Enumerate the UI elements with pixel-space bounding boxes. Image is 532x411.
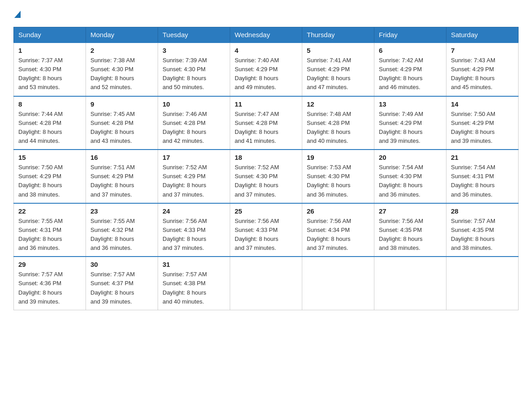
calendar-day-cell: 4Sunrise: 7:40 AMSunset: 4:29 PMDaylight… bbox=[230, 43, 302, 96]
day-detail: Sunrise: 7:37 AMSunset: 4:30 PMDaylight:… bbox=[18, 56, 81, 92]
calendar-header-row: SundayMondayTuesdayWednesdayThursdayFrid… bbox=[14, 27, 519, 43]
calendar-day-cell: 5Sunrise: 7:41 AMSunset: 4:29 PMDaylight… bbox=[302, 43, 374, 96]
day-detail: Sunrise: 7:56 AMSunset: 4:35 PMDaylight:… bbox=[379, 217, 442, 253]
calendar-day-cell: 10Sunrise: 7:46 AMSunset: 4:28 PMDayligh… bbox=[158, 96, 230, 150]
col-header-monday: Monday bbox=[86, 27, 158, 43]
logo bbox=[13, 11, 21, 19]
day-detail: Sunrise: 7:52 AMSunset: 4:30 PMDaylight:… bbox=[235, 163, 297, 199]
calendar-day-cell: 24Sunrise: 7:56 AMSunset: 4:33 PMDayligh… bbox=[158, 203, 230, 257]
col-header-thursday: Thursday bbox=[302, 27, 374, 43]
day-number: 28 bbox=[451, 207, 514, 215]
day-number: 23 bbox=[90, 207, 153, 215]
day-detail: Sunrise: 7:54 AMSunset: 4:31 PMDaylight:… bbox=[451, 163, 514, 199]
day-number: 13 bbox=[379, 100, 442, 108]
day-number: 21 bbox=[451, 154, 514, 161]
day-number: 27 bbox=[379, 207, 442, 215]
calendar-day-cell: 18Sunrise: 7:52 AMSunset: 4:30 PMDayligh… bbox=[230, 150, 302, 203]
day-number: 22 bbox=[18, 207, 81, 215]
day-detail: Sunrise: 7:55 AMSunset: 4:32 PMDaylight:… bbox=[90, 217, 153, 253]
calendar-day-cell: 28Sunrise: 7:57 AMSunset: 4:35 PMDayligh… bbox=[446, 203, 519, 257]
calendar-day-cell: 17Sunrise: 7:52 AMSunset: 4:29 PMDayligh… bbox=[158, 150, 230, 203]
calendar-day-cell: 23Sunrise: 7:55 AMSunset: 4:32 PMDayligh… bbox=[86, 203, 158, 257]
day-detail: Sunrise: 7:51 AMSunset: 4:29 PMDaylight:… bbox=[90, 163, 153, 199]
calendar-day-cell: 27Sunrise: 7:56 AMSunset: 4:35 PMDayligh… bbox=[374, 203, 446, 257]
page-header bbox=[13, 11, 519, 19]
day-detail: Sunrise: 7:46 AMSunset: 4:28 PMDaylight:… bbox=[163, 110, 225, 146]
day-detail: Sunrise: 7:50 AMSunset: 4:29 PMDaylight:… bbox=[451, 110, 514, 146]
logo-arrow-icon bbox=[14, 11, 21, 18]
calendar-day-cell: 9Sunrise: 7:45 AMSunset: 4:28 PMDaylight… bbox=[86, 96, 158, 150]
calendar-day-cell: 26Sunrise: 7:56 AMSunset: 4:34 PMDayligh… bbox=[302, 203, 374, 257]
day-detail: Sunrise: 7:42 AMSunset: 4:29 PMDaylight:… bbox=[379, 56, 442, 92]
day-detail: Sunrise: 7:53 AMSunset: 4:30 PMDaylight:… bbox=[307, 163, 369, 199]
day-number: 14 bbox=[451, 100, 514, 108]
calendar-day-cell: 25Sunrise: 7:56 AMSunset: 4:33 PMDayligh… bbox=[230, 203, 302, 257]
calendar-day-cell: 31Sunrise: 7:57 AMSunset: 4:38 PMDayligh… bbox=[158, 257, 230, 310]
day-detail: Sunrise: 7:56 AMSunset: 4:33 PMDaylight:… bbox=[163, 217, 225, 253]
calendar-week-row: 1Sunrise: 7:37 AMSunset: 4:30 PMDaylight… bbox=[14, 43, 519, 96]
day-detail: Sunrise: 7:57 AMSunset: 4:35 PMDaylight:… bbox=[451, 217, 514, 253]
day-detail: Sunrise: 7:49 AMSunset: 4:29 PMDaylight:… bbox=[379, 110, 442, 146]
day-number: 10 bbox=[163, 100, 225, 108]
calendar-week-row: 15Sunrise: 7:50 AMSunset: 4:29 PMDayligh… bbox=[14, 150, 519, 203]
calendar-table: SundayMondayTuesdayWednesdayThursdayFrid… bbox=[13, 27, 519, 310]
calendar-day-cell: 30Sunrise: 7:57 AMSunset: 4:37 PMDayligh… bbox=[86, 257, 158, 310]
calendar-day-cell: 6Sunrise: 7:42 AMSunset: 4:29 PMDaylight… bbox=[374, 43, 446, 96]
calendar-day-cell: 7Sunrise: 7:43 AMSunset: 4:29 PMDaylight… bbox=[446, 43, 519, 96]
day-number: 8 bbox=[18, 100, 81, 108]
day-number: 2 bbox=[90, 47, 153, 54]
day-detail: Sunrise: 7:47 AMSunset: 4:28 PMDaylight:… bbox=[235, 110, 297, 146]
day-number: 18 bbox=[235, 154, 297, 161]
calendar-day-cell: 19Sunrise: 7:53 AMSunset: 4:30 PMDayligh… bbox=[302, 150, 374, 203]
calendar-day-cell: 21Sunrise: 7:54 AMSunset: 4:31 PMDayligh… bbox=[446, 150, 519, 203]
day-number: 3 bbox=[163, 47, 225, 54]
day-number: 25 bbox=[235, 207, 297, 215]
day-number: 5 bbox=[307, 47, 369, 54]
calendar-day-cell: 16Sunrise: 7:51 AMSunset: 4:29 PMDayligh… bbox=[86, 150, 158, 203]
calendar-day-cell: 1Sunrise: 7:37 AMSunset: 4:30 PMDaylight… bbox=[14, 43, 86, 96]
day-detail: Sunrise: 7:45 AMSunset: 4:28 PMDaylight:… bbox=[90, 110, 153, 146]
day-detail: Sunrise: 7:48 AMSunset: 4:28 PMDaylight:… bbox=[307, 110, 369, 146]
day-detail: Sunrise: 7:57 AMSunset: 4:38 PMDaylight:… bbox=[163, 270, 225, 306]
day-number: 29 bbox=[18, 261, 81, 268]
day-detail: Sunrise: 7:44 AMSunset: 4:28 PMDaylight:… bbox=[18, 110, 81, 146]
day-detail: Sunrise: 7:56 AMSunset: 4:33 PMDaylight:… bbox=[235, 217, 297, 253]
calendar-day-cell: 12Sunrise: 7:48 AMSunset: 4:28 PMDayligh… bbox=[302, 96, 374, 150]
calendar-empty-cell bbox=[302, 257, 374, 310]
calendar-day-cell: 22Sunrise: 7:55 AMSunset: 4:31 PMDayligh… bbox=[14, 203, 86, 257]
day-detail: Sunrise: 7:57 AMSunset: 4:37 PMDaylight:… bbox=[90, 270, 153, 306]
day-detail: Sunrise: 7:41 AMSunset: 4:29 PMDaylight:… bbox=[307, 56, 369, 92]
calendar-week-row: 22Sunrise: 7:55 AMSunset: 4:31 PMDayligh… bbox=[14, 203, 519, 257]
calendar-empty-cell bbox=[230, 257, 302, 310]
calendar-day-cell: 13Sunrise: 7:49 AMSunset: 4:29 PMDayligh… bbox=[374, 96, 446, 150]
calendar-day-cell: 14Sunrise: 7:50 AMSunset: 4:29 PMDayligh… bbox=[446, 96, 519, 150]
logo-area bbox=[13, 11, 21, 19]
day-number: 6 bbox=[379, 47, 442, 54]
day-number: 26 bbox=[307, 207, 369, 215]
day-number: 11 bbox=[235, 100, 297, 108]
calendar-day-cell: 2Sunrise: 7:38 AMSunset: 4:30 PMDaylight… bbox=[86, 43, 158, 96]
day-detail: Sunrise: 7:40 AMSunset: 4:29 PMDaylight:… bbox=[235, 56, 297, 92]
calendar-empty-cell bbox=[446, 257, 519, 310]
calendar-week-row: 8Sunrise: 7:44 AMSunset: 4:28 PMDaylight… bbox=[14, 96, 519, 150]
day-number: 15 bbox=[18, 154, 81, 161]
day-detail: Sunrise: 7:57 AMSunset: 4:36 PMDaylight:… bbox=[18, 270, 81, 306]
calendar-day-cell: 20Sunrise: 7:54 AMSunset: 4:30 PMDayligh… bbox=[374, 150, 446, 203]
day-number: 4 bbox=[235, 47, 297, 54]
day-detail: Sunrise: 7:54 AMSunset: 4:30 PMDaylight:… bbox=[379, 163, 442, 199]
col-header-saturday: Saturday bbox=[446, 27, 519, 43]
day-number: 31 bbox=[163, 261, 225, 268]
col-header-sunday: Sunday bbox=[14, 27, 86, 43]
day-detail: Sunrise: 7:50 AMSunset: 4:29 PMDaylight:… bbox=[18, 163, 81, 199]
day-detail: Sunrise: 7:38 AMSunset: 4:30 PMDaylight:… bbox=[90, 56, 153, 92]
day-detail: Sunrise: 7:39 AMSunset: 4:30 PMDaylight:… bbox=[163, 56, 225, 92]
day-number: 24 bbox=[163, 207, 225, 215]
calendar-day-cell: 11Sunrise: 7:47 AMSunset: 4:28 PMDayligh… bbox=[230, 96, 302, 150]
day-detail: Sunrise: 7:52 AMSunset: 4:29 PMDaylight:… bbox=[163, 163, 225, 199]
col-header-friday: Friday bbox=[374, 27, 446, 43]
logo-blue-block bbox=[14, 11, 21, 19]
day-detail: Sunrise: 7:43 AMSunset: 4:29 PMDaylight:… bbox=[451, 56, 514, 92]
day-detail: Sunrise: 7:55 AMSunset: 4:31 PMDaylight:… bbox=[18, 217, 81, 253]
day-number: 16 bbox=[90, 154, 153, 161]
day-number: 1 bbox=[18, 47, 81, 54]
